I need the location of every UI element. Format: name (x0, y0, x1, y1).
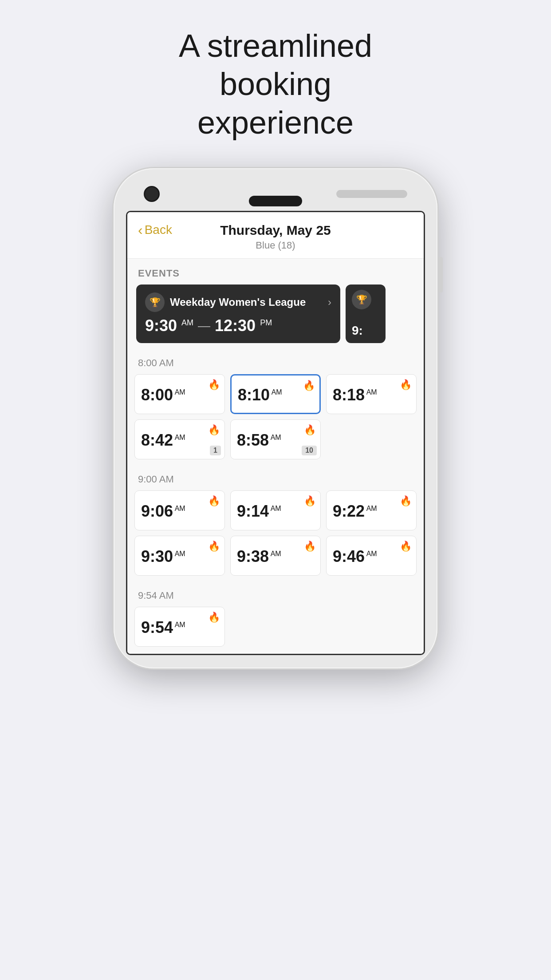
front-camera (144, 186, 160, 202)
event-start-time: 9:30 AM (145, 316, 193, 335)
flame-icon: 🔥 (208, 541, 220, 552)
time-slot[interactable]: 🔥9:22 AM (326, 490, 417, 530)
time-slot[interactable]: 🔥8:42 AM1 (134, 419, 225, 459)
time-group-label-1: 9:00 AM (134, 466, 417, 490)
events-section-label: EVENTS (127, 259, 424, 285)
trophy-icon: 🏆 (145, 292, 165, 312)
slot-badge: 1 (210, 446, 221, 455)
time-group-2: 9:54 AM🔥9:54 AM (127, 583, 424, 654)
time-slot-time: 9:14 AM (237, 502, 281, 520)
app-header: ‹ Back Thursday, May 25 Blue (18) (127, 212, 424, 259)
event-end-time: 12:30 PM (215, 316, 272, 335)
event-chevron-icon: › (328, 296, 331, 308)
time-slot[interactable]: 🔥9:06 AM (134, 490, 225, 530)
time-slot-time: 9:22 AM (333, 502, 377, 520)
header-subtitle: Blue (18) (141, 240, 410, 251)
phone-screen: ‹ Back Thursday, May 25 Blue (18) EVENTS… (126, 211, 425, 655)
flame-icon: 🔥 (208, 612, 220, 623)
time-slot[interactable]: 🔥8:18 AM (326, 374, 417, 414)
time-slot-time: 9:30 AM (141, 548, 185, 565)
time-group-label-0: 8:00 AM (134, 350, 417, 374)
event-name: Weekday Women's League (170, 296, 323, 308)
event-card-1[interactable]: 🏆 Weekday Women's League › 9:30 AM — 12:… (136, 285, 340, 343)
slots-grid-2: 🔥9:54 AM (134, 607, 417, 647)
back-button[interactable]: ‹ Back (138, 223, 172, 237)
time-slot-time: 8:10 AM (238, 386, 282, 404)
time-slot[interactable]: 🔥8:58 AM10 (230, 419, 321, 459)
flame-icon: 🔥 (304, 541, 316, 552)
phone-shell: ‹ Back Thursday, May 25 Blue (18) EVENTS… (114, 168, 437, 668)
event-dash: — (198, 319, 210, 333)
back-label: Back (145, 223, 172, 237)
time-slot-time: 8:58 AM (237, 431, 281, 449)
phone-speaker (336, 190, 407, 198)
time-slot-time: 9:38 AM (237, 548, 281, 565)
trophy-icon-2: 🏆 (352, 290, 371, 309)
flame-icon: 🔥 (400, 495, 412, 507)
time-slot-time: 9:46 AM (333, 548, 377, 565)
time-slot-time: 8:00 AM (141, 386, 185, 404)
time-slot-time: 8:42 AM (141, 431, 185, 449)
time-groups-container: 8:00 AM🔥8:00 AM🔥8:10 AM🔥8:18 AM🔥8:42 AM1… (127, 350, 424, 654)
header-title: Thursday, May 25 (141, 223, 410, 238)
flame-icon: 🔥 (208, 379, 220, 391)
flame-icon: 🔥 (304, 495, 316, 507)
time-slot-time: 9:54 AM (141, 619, 185, 636)
flame-icon: 🔥 (208, 424, 220, 436)
back-chevron-icon: ‹ (138, 223, 143, 237)
time-group-0: 8:00 AM🔥8:00 AM🔥8:10 AM🔥8:18 AM🔥8:42 AM1… (127, 350, 424, 466)
event-card-title-row: 🏆 Weekday Women's League › (145, 292, 331, 312)
time-slot[interactable]: 🔥9:54 AM (134, 607, 225, 647)
time-slot[interactable]: 🔥9:46 AM (326, 536, 417, 576)
time-slot[interactable]: 🔥9:30 AM (134, 536, 225, 576)
slot-badge: 10 (302, 446, 317, 455)
time-slot-time: 8:18 AM (333, 386, 377, 404)
time-slot[interactable]: 🔥8:10 AM (230, 374, 321, 414)
event-card-2[interactable]: 🏆 9: (346, 285, 386, 343)
time-group-1: 9:00 AM🔥9:06 AM🔥9:14 AM🔥9:22 AM🔥9:30 AM🔥… (127, 466, 424, 583)
phone-earpiece (249, 196, 302, 206)
event-time-range: 9:30 AM — 12:30 PM (145, 316, 331, 335)
slots-grid-1: 🔥9:06 AM🔥9:14 AM🔥9:22 AM🔥9:30 AM🔥9:38 AM… (134, 490, 417, 576)
page-headline: A streamlined booking experience (120, 27, 431, 142)
app-content: EVENTS 🏆 Weekday Women's League › 9:30 A… (127, 259, 424, 654)
time-slot[interactable]: 🔥9:14 AM (230, 490, 321, 530)
flame-icon: 🔥 (400, 541, 412, 552)
flame-icon: 🔥 (303, 380, 315, 391)
time-slot-time: 9:06 AM (141, 502, 185, 520)
time-slot[interactable]: 🔥8:00 AM (134, 374, 225, 414)
time-slot[interactable]: 🔥9:38 AM (230, 536, 321, 576)
flame-icon: 🔥 (208, 495, 220, 507)
flame-icon: 🔥 (304, 424, 316, 436)
flame-icon: 🔥 (400, 379, 412, 391)
event-card2-time: 9: (352, 324, 379, 338)
events-scroll: 🏆 Weekday Women's League › 9:30 AM — 12:… (127, 285, 424, 350)
time-group-label-2: 9:54 AM (134, 583, 417, 607)
slots-grid-0: 🔥8:00 AM🔥8:10 AM🔥8:18 AM🔥8:42 AM1🔥8:58 A… (134, 374, 417, 459)
